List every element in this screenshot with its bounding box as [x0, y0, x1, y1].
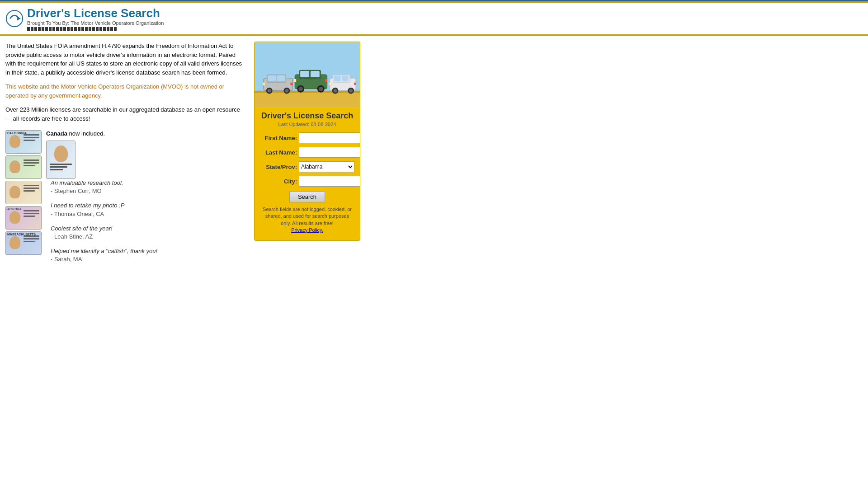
- first-name-row: First Name:: [260, 132, 354, 143]
- testimonial-4-attribution: - Sarah, MA: [51, 255, 157, 263]
- svg-point-32: [349, 89, 353, 93]
- logo-arrow-icon: [5, 9, 24, 28]
- svg-marker-1: [17, 17, 21, 20]
- disclaimer-text: This website and the Motor Vehicle Opera…: [5, 82, 245, 100]
- intro-text: The United States FOIA amendment H.4790 …: [5, 42, 245, 77]
- testimonial-2: I need to retake my photo :P - Thomas On…: [51, 202, 157, 218]
- license-card-arizona: ARIZONA: [5, 206, 42, 230]
- svg-rect-17: [300, 71, 309, 77]
- license-card-colorado: [5, 155, 42, 179]
- svg-point-10: [268, 89, 271, 93]
- svg-rect-33: [329, 83, 331, 85]
- testimonial-4: Helped me identify a "catfish", thank yo…: [51, 247, 157, 263]
- license-card-massachusetts: MASSACHUSETTS: [5, 231, 42, 255]
- svg-rect-28: [342, 75, 348, 81]
- license-card-florida: [5, 181, 42, 204]
- testimonial-3-quote: Coolest site of the year!: [51, 225, 157, 233]
- logo-text-block: Driver's License Search Brought To You B…: [27, 6, 164, 31]
- left-column: The United States FOIA amendment H.4790 …: [5, 42, 245, 264]
- stats-text: Over 223 Million licenses are searchable…: [5, 105, 245, 123]
- first-name-label: First Name:: [260, 135, 297, 141]
- city-row: City:: [260, 176, 354, 187]
- sample-face-icon: [54, 145, 68, 162]
- header: Driver's License Search Brought To You B…: [0, 3, 868, 36]
- main-content: The United States FOIA amendment H.4790 …: [0, 36, 542, 269]
- testimonial-3: Coolest site of the year! - Leah Stine, …: [51, 225, 157, 241]
- testimonial-1-quote: An invaluable research tool.: [51, 179, 157, 187]
- last-name-row: Last Name:: [260, 147, 354, 158]
- license-images-section: CALIFORNIA: [5, 130, 245, 264]
- state-select[interactable]: AlabamaAlaskaArizonaArkansasCaliforniaCo…: [299, 161, 354, 172]
- svg-rect-18: [311, 71, 320, 77]
- logo-divider: [27, 27, 118, 31]
- testimonial-1: An invaluable research tool. - Stephen C…: [51, 179, 157, 195]
- first-name-input[interactable]: [299, 132, 360, 143]
- sample-license-large: [46, 141, 75, 179]
- logo-title: Driver's License Search: [27, 6, 164, 20]
- logo-subtitle: Brought To You By: The Motor Vehicle Ope…: [27, 20, 164, 26]
- testimonial-4-quote: Helped me identify a "catfish", thank yo…: [51, 247, 157, 255]
- canada-testimonials-area: Canada now included. An invaluable resea…: [46, 130, 157, 264]
- svg-rect-34: [354, 83, 356, 85]
- svg-rect-27: [334, 75, 340, 81]
- svg-point-22: [319, 87, 323, 91]
- panel-updated: Last Updated: 08-08-2024: [260, 122, 354, 127]
- testimonial-2-attribution: - Thomas Oneal, CA: [51, 210, 157, 218]
- svg-rect-23: [294, 79, 296, 82]
- canada-notice: Canada now included.: [46, 130, 157, 137]
- panel-title: Driver's License Search: [260, 111, 354, 121]
- testimonial-2-quote: I need to retake my photo :P: [51, 202, 157, 210]
- footer-notice: Search fields are not logged, cookied, o…: [263, 206, 352, 226]
- license-card-california: CALIFORNIA: [5, 130, 42, 154]
- license-stack: CALIFORNIA: [5, 130, 42, 255]
- panel-footer-text: Search fields are not logged, cookied, o…: [260, 206, 354, 234]
- canada-bold: Canada: [46, 130, 67, 137]
- search-panel: Driver's License Search Last Updated: 08…: [254, 42, 360, 241]
- svg-rect-24: [325, 79, 327, 82]
- svg-rect-14: [290, 83, 292, 85]
- svg-point-20: [298, 87, 303, 91]
- search-button[interactable]: Search: [289, 191, 325, 202]
- last-name-input[interactable]: [299, 147, 360, 158]
- sample-lines: [50, 164, 72, 170]
- canada-notice-text: now included.: [69, 130, 105, 137]
- svg-point-30: [334, 89, 337, 93]
- testimonials: An invaluable research tool. - Stephen C…: [51, 179, 157, 264]
- state-row: State/Prov: AlabamaAlaskaArizonaArkansas…: [260, 161, 354, 172]
- svg-rect-13: [263, 83, 265, 85]
- svg-point-12: [285, 89, 288, 93]
- right-column: Driver's License Search Last Updated: 08…: [254, 42, 360, 264]
- city-input[interactable]: [299, 176, 360, 187]
- privacy-link[interactable]: Privacy Policy.: [291, 227, 323, 233]
- search-button-row: Search: [260, 191, 354, 202]
- panel-header-image: [255, 42, 360, 108]
- city-label: City:: [260, 178, 297, 185]
- svg-rect-8: [277, 75, 285, 81]
- last-name-label: Last Name:: [260, 149, 297, 156]
- panel-form-area: Driver's License Search Last Updated: 08…: [255, 108, 360, 240]
- svg-rect-3: [255, 92, 360, 108]
- svg-rect-7: [268, 75, 276, 81]
- testimonial-1-attribution: - Stephen Corr, MO: [51, 187, 157, 195]
- cars-scene-svg: [255, 42, 360, 108]
- state-label: State/Prov:: [260, 164, 297, 170]
- logo-container: Driver's License Search Brought To You B…: [5, 6, 164, 31]
- testimonial-3-attribution: - Leah Stine, AZ: [51, 233, 157, 241]
